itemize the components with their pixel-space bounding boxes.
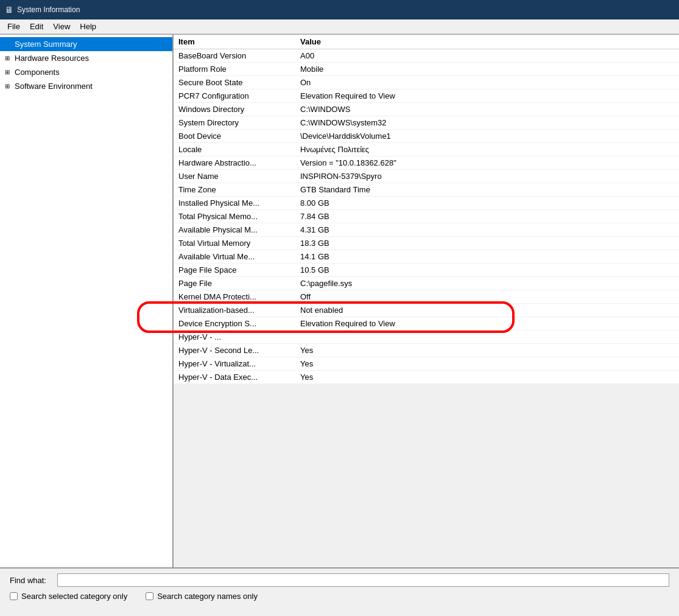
search-selected-checkbox[interactable]	[10, 592, 18, 600]
bottom-bar: Find what: Search selected category only…	[0, 567, 679, 616]
search-selected-label[interactable]: Search selected category only	[10, 592, 127, 601]
search-category-names-text: Search category names only	[157, 592, 258, 601]
table-cell-item: Platform Role	[174, 63, 295, 76]
table-row[interactable]: Hyper-V - ...	[174, 331, 679, 344]
table-row[interactable]: Secure Boot StateOn	[174, 76, 679, 89]
column-header-item: Item	[174, 35, 295, 49]
menu-item-help[interactable]: Help	[75, 21, 101, 32]
menu-item-edit[interactable]: Edit	[25, 21, 48, 32]
table-cell-value: C:\pagefile.sys	[295, 277, 679, 290]
table-cell-value: 14.1 GB	[295, 250, 679, 264]
table-cell-value: On	[295, 76, 679, 89]
table-cell-item: Secure Boot State	[174, 76, 295, 89]
column-header-value: Value	[295, 35, 679, 49]
table-cell-item: Installed Physical Me...	[174, 197, 295, 210]
table-row[interactable]: Kernel DMA Protecti...Off	[174, 290, 679, 304]
title-bar: 🖥 System Information	[0, 0, 679, 19]
table-cell-item: User Name	[174, 170, 295, 183]
expand-icon: ⊞	[5, 83, 12, 89]
table-cell-item: Total Physical Memo...	[174, 210, 295, 223]
table-cell-value: 10.5 GB	[295, 264, 679, 277]
table-row[interactable]: Installed Physical Me...8.00 GB	[174, 197, 679, 210]
table-cell-value: \Device\HarddiskVolume1	[295, 130, 679, 143]
table-row[interactable]: Available Virtual Me...14.1 GB	[174, 250, 679, 264]
table-cell-item: BaseBoard Version	[174, 49, 295, 63]
table-cell-value: Yes	[295, 344, 679, 357]
expand-icon: ⊞	[5, 69, 12, 75]
table-cell-value: 7.84 GB	[295, 210, 679, 223]
table-row[interactable]: System DirectoryC:\WINDOWS\system32	[174, 116, 679, 130]
table-row[interactable]: Boot Device\Device\HarddiskVolume1	[174, 130, 679, 143]
table-cell-value: 4.31 GB	[295, 223, 679, 237]
table-cell-value: Yes	[295, 371, 679, 384]
table-cell-value: Version = "10.0.18362.628"	[295, 156, 679, 170]
menu-bar: FileEditViewHelp	[0, 19, 679, 34]
content-panel: Item Value BaseBoard VersionA00Platform …	[174, 35, 679, 384]
table-cell-value: Elevation Required to View	[295, 317, 679, 331]
table-cell-item: Locale	[174, 143, 295, 156]
find-input[interactable]	[57, 573, 669, 587]
table-row[interactable]: Total Physical Memo...7.84 GB	[174, 210, 679, 223]
table-cell-item: Hyper-V - Second Le...	[174, 344, 295, 357]
table-cell-item: Virtualization-based...	[174, 304, 295, 317]
table-row[interactable]: User NameINSPIRON-5379\Spyro	[174, 170, 679, 183]
table-cell-item: Total Virtual Memory	[174, 237, 295, 250]
sidebar-item-software-environment[interactable]: ⊞Software Environment	[0, 79, 172, 93]
table-row[interactable]: Hyper-V - Virtualizat...Yes	[174, 357, 679, 371]
table-row[interactable]: Page File Space10.5 GB	[174, 264, 679, 277]
sidebar-item-hardware-resources[interactable]: ⊞Hardware Resources	[0, 51, 172, 65]
sidebar-item-system-summary[interactable]: System Summary	[0, 37, 172, 51]
table-cell-value	[295, 331, 679, 344]
table-cell-item: Page File Space	[174, 264, 295, 277]
table-row[interactable]: Page FileC:\pagefile.sys	[174, 277, 679, 290]
table-cell-value: Ηνωμένες Πολιτείες	[295, 143, 679, 156]
table-cell-value: Yes	[295, 357, 679, 371]
main-content: System Summary⊞Hardware Resources⊞Compon…	[0, 34, 679, 567]
menu-item-view[interactable]: View	[48, 21, 75, 32]
sidebar-item-label: Hardware Resources	[15, 54, 89, 63]
table-cell-item: Kernel DMA Protecti...	[174, 290, 295, 304]
search-category-names-label[interactable]: Search category names only	[146, 592, 258, 601]
table-cell-value: Mobile	[295, 63, 679, 76]
table-cell-value: Off	[295, 290, 679, 304]
table-cell-item: Page File	[174, 277, 295, 290]
table-row[interactable]: Platform RoleMobile	[174, 63, 679, 76]
table-cell-value: A00	[295, 49, 679, 63]
find-label: Find what:	[10, 576, 52, 585]
table-row[interactable]: Virtualization-based...Not enabled	[174, 304, 679, 317]
search-category-names-checkbox[interactable]	[146, 592, 153, 600]
table-row[interactable]: Time ZoneGTB Standard Time	[174, 183, 679, 197]
table-cell-item: Device Encryption S...	[174, 317, 295, 331]
table-cell-item: Boot Device	[174, 130, 295, 143]
sidebar-item-label: Software Environment	[15, 82, 93, 91]
table-cell-value: C:\WINDOWS	[295, 103, 679, 116]
search-selected-text: Search selected category only	[21, 592, 127, 601]
checkbox-row: Search selected category only Search cat…	[10, 592, 669, 601]
app-title: System Information	[17, 5, 80, 14]
table-row[interactable]: Hyper-V - Data Exec...Yes	[174, 371, 679, 384]
table-cell-item: Available Physical M...	[174, 223, 295, 237]
table-row[interactable]: Total Virtual Memory18.3 GB	[174, 237, 679, 250]
sidebar-item-label: Components	[15, 68, 60, 77]
sidebar-item-label: System Summary	[15, 40, 77, 49]
table-row[interactable]: Hyper-V - Second Le...Yes	[174, 344, 679, 357]
sidebar-item-components[interactable]: ⊞Components	[0, 65, 172, 79]
table-row[interactable]: Device Encryption S...Elevation Required…	[174, 317, 679, 331]
table-row[interactable]: Available Physical M...4.31 GB	[174, 223, 679, 237]
table-cell-item: Windows Directory	[174, 103, 295, 116]
table-row[interactable]: Windows DirectoryC:\WINDOWS	[174, 103, 679, 116]
table-row[interactable]: Hardware Abstractio...Version = "10.0.18…	[174, 156, 679, 170]
expand-icon: ⊞	[5, 55, 12, 61]
table-row[interactable]: LocaleΗνωμένες Πολιτείες	[174, 143, 679, 156]
table-cell-item: Hyper-V - Data Exec...	[174, 371, 295, 384]
table-cell-value: C:\WINDOWS\system32	[295, 116, 679, 130]
table-row[interactable]: BaseBoard VersionA00	[174, 49, 679, 63]
table-row[interactable]: PCR7 ConfigurationElevation Required to …	[174, 89, 679, 103]
table-cell-value: Elevation Required to View	[295, 89, 679, 103]
table-cell-item: Hardware Abstractio...	[174, 156, 295, 170]
find-row: Find what:	[10, 573, 669, 587]
table-cell-item: System Directory	[174, 116, 295, 130]
table-cell-value: GTB Standard Time	[295, 183, 679, 197]
menu-item-file[interactable]: File	[2, 21, 25, 32]
app-icon: 🖥	[5, 5, 13, 15]
